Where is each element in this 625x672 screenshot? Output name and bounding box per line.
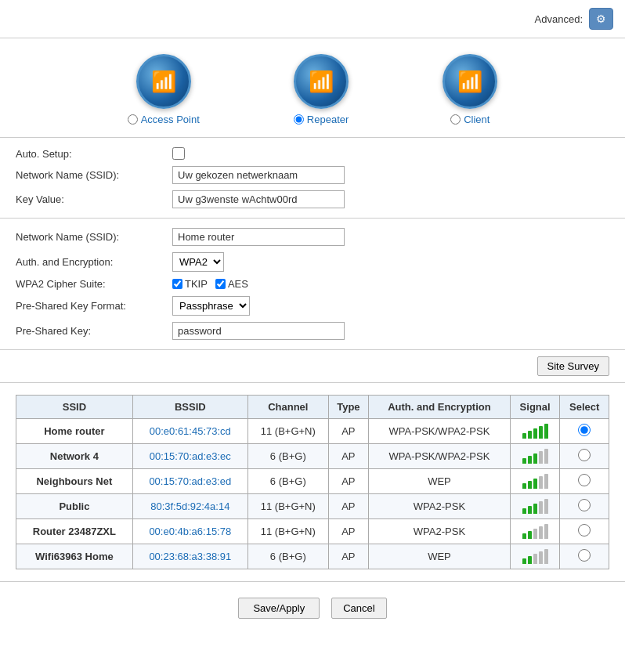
auth-enc-select[interactable]: WPA2 WPA WEP None (172, 252, 224, 272)
advanced-label: Advanced: (535, 13, 583, 25)
mode-repeater[interactable]: 📶 Repeater (294, 54, 349, 125)
aes-checkbox[interactable] (215, 279, 226, 289)
key-value-label: Key Value: (16, 193, 172, 205)
pre-shared-format-select[interactable]: Passphrase Hex (172, 296, 250, 316)
cell-channel: 11 (B+G+N) (247, 419, 328, 444)
cell-auth: WPA-PSK/WPA2-PSK (369, 444, 511, 469)
col-auth: Auth. and Encryption (369, 396, 511, 419)
survey-table: SSID BSSID Channel Type Auth. and Encryp… (16, 395, 609, 569)
aes-label: AES (228, 278, 248, 290)
repeater-radio[interactable] (294, 114, 304, 125)
cell-select[interactable] (560, 544, 609, 569)
site-survey-row: Site Survey (0, 350, 625, 383)
site-survey-button[interactable]: Site Survey (537, 356, 609, 376)
tkip-checkbox[interactable] (172, 279, 182, 289)
cell-bssid: 80:3f:5d:92:4a:14 (132, 494, 247, 519)
client-icon: 📶 (443, 54, 497, 109)
client-radio[interactable] (450, 114, 461, 125)
cell-select[interactable] (560, 419, 609, 444)
table-row: Router 23487ZXL 00:e0:4b:a6:15:78 11 (B+… (16, 519, 609, 544)
pre-shared-key-row: Pre-Shared Key: (16, 322, 609, 340)
cell-select[interactable] (560, 494, 609, 519)
cell-select[interactable] (560, 519, 609, 544)
survey-radio[interactable] (578, 424, 591, 436)
cipher-label: WPA2 Cipher Suite: (16, 278, 172, 290)
cell-ssid: Router 23487ZXL (16, 519, 133, 544)
cell-bssid: 00:15:70:ad:e3:ed (132, 469, 247, 494)
col-select: Select (560, 396, 609, 419)
cell-auth: WPA2-PSK (369, 519, 511, 544)
cell-ssid: Wifi63963 Home (16, 544, 133, 569)
cell-type: AP (328, 494, 368, 519)
network-name-input-2[interactable] (172, 228, 345, 246)
col-ssid: SSID (16, 396, 133, 419)
repeater-icon: 📶 (294, 54, 349, 109)
col-signal: Signal (510, 396, 559, 419)
cell-auth: WEP (369, 544, 511, 569)
pre-shared-key-label: Pre-Shared Key: (16, 325, 172, 337)
cell-auth: WPA2-PSK (369, 494, 511, 519)
key-value-row: Key Value: (16, 190, 609, 208)
cell-signal (510, 419, 559, 444)
advanced-gear-button[interactable]: ⚙ (589, 8, 613, 30)
auto-setup-checkbox[interactable] (172, 147, 185, 160)
table-row: Network 4 00:15:70:ad:e3:ec 6 (B+G) AP W… (16, 444, 609, 469)
auto-setup-label: Auto. Setup: (16, 148, 172, 160)
key-value-input[interactable] (172, 190, 345, 208)
survey-radio[interactable] (578, 474, 591, 486)
table-row: Home router 00:e0:61:45:73:cd 11 (B+G+N)… (16, 419, 609, 444)
survey-radio[interactable] (578, 449, 591, 461)
cell-signal (510, 469, 559, 494)
cell-channel: 6 (B+G) (247, 469, 328, 494)
auth-enc-row: Auth. and Encryption: WPA2 WPA WEP None (16, 252, 609, 272)
top-bar: Advanced: ⚙ (0, 0, 625, 38)
form-section-1: Auto. Setup: Network Name (SSID): Key Va… (0, 138, 625, 219)
cipher-row: WPA2 Cipher Suite: TKIP AES (16, 278, 609, 290)
auth-enc-label: Auth. and Encryption: (16, 256, 172, 268)
mode-client[interactable]: 📶 Client (443, 54, 497, 125)
network-name-label-1: Network Name (SSID): (16, 169, 172, 181)
col-type: Type (328, 396, 368, 419)
cell-bssid: 00:15:70:ad:e3:ec (132, 444, 247, 469)
form-section-2: Network Name (SSID): Auth. and Encryptio… (0, 219, 625, 350)
mode-access-point[interactable]: 📶 Access Point (128, 54, 200, 125)
col-bssid: BSSID (132, 396, 247, 419)
auto-setup-row: Auto. Setup: (16, 147, 609, 160)
save-apply-button[interactable]: Save/Apply (238, 598, 320, 619)
cell-ssid: Neighbours Net (16, 469, 133, 494)
cell-ssid: Network 4 (16, 444, 133, 469)
cell-bssid: 00:e0:61:45:73:cd (132, 419, 247, 444)
pre-shared-key-input[interactable] (172, 322, 345, 340)
table-row: Wifi63963 Home 00:23:68:a3:38:91 6 (B+G)… (16, 544, 609, 569)
cell-channel: 6 (B+G) (247, 444, 328, 469)
cell-channel: 6 (B+G) (247, 544, 328, 569)
cell-type: AP (328, 469, 368, 494)
cell-ssid: Home router (16, 419, 133, 444)
cell-signal (510, 544, 559, 569)
cell-select[interactable] (560, 469, 609, 494)
tkip-label: TKIP (185, 278, 208, 290)
cell-select[interactable] (560, 444, 609, 469)
cell-type: AP (328, 519, 368, 544)
cell-ssid: Public (16, 494, 133, 519)
table-row: Neighbours Net 00:15:70:ad:e3:ed 6 (B+G)… (16, 469, 609, 494)
survey-radio[interactable] (578, 499, 591, 511)
cancel-button[interactable]: Cancel (331, 598, 386, 619)
table-row: Public 80:3f:5d:92:4a:14 11 (B+G+N) AP W… (16, 494, 609, 519)
bottom-buttons: Save/Apply Cancel (0, 581, 625, 634)
cell-signal (510, 494, 559, 519)
access-point-radio[interactable] (128, 114, 138, 125)
cell-auth: WEP (369, 469, 511, 494)
client-label: Client (464, 114, 490, 125)
cell-type: AP (328, 544, 368, 569)
cell-channel: 11 (B+G+N) (247, 494, 328, 519)
cell-bssid: 00:23:68:a3:38:91 (132, 544, 247, 569)
cell-signal (510, 444, 559, 469)
survey-radio[interactable] (578, 549, 591, 562)
mode-selector: 📶 Access Point 📶 Repeater 📶 Client (0, 38, 625, 138)
pre-shared-format-row: Pre-Shared Key Format: Passphrase Hex (16, 296, 609, 316)
survey-radio[interactable] (578, 524, 591, 537)
cell-type: AP (328, 444, 368, 469)
network-name-input-1[interactable] (172, 166, 345, 184)
network-name-row-1: Network Name (SSID): (16, 166, 609, 184)
